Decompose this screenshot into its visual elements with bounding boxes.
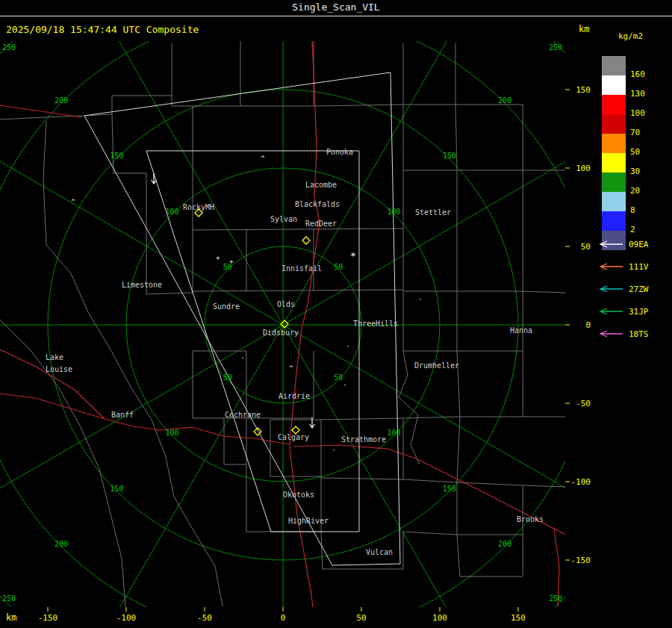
city-label: Didsbury [263,329,299,337]
radar-coverage-boundary [84,72,400,565]
city-label: Limestone [122,281,162,289]
county-boundary [314,43,403,106]
bottom-axis-label: -150 [38,613,58,623]
bottom-axis-label: 100 [432,613,447,623]
city-label: Innisfail [281,264,322,273]
right-axis-label: -100 [571,477,591,487]
radar-arrow-icon [597,285,624,293]
county-boundary [224,418,246,464]
radar-app-screen: { "window": { "title": "Single_Scan_VIL"… [0,0,672,628]
storm-motion-arrow-icon [310,417,315,428]
plus-marker: + [229,258,234,265]
highway-line [0,105,82,117]
right-axis-label: 50 [581,242,591,252]
caret-marker: ^ [71,198,75,205]
city-label: RedDeer [305,220,337,228]
legend-panel: kg/m2 1601301007050302082 09EA111V27ZW31… [596,30,672,358]
scan-timestamp: 2025/09/18 15:47:44 UTC Composite [6,24,199,35]
county-boundary [403,479,457,482]
scale-value-label: 8 [630,205,635,216]
radar-arrow-icon [597,307,624,316]
right-axis-label: -50 [576,399,591,408]
city-label: Calgary [278,433,309,441]
bottom-axis-label: 150 [511,613,526,623]
range-ring-label: 100 [165,429,178,437]
color-scale: 1601301007050302082 [596,30,672,254]
dot-marker: · [418,296,422,303]
radar-site-legend: 09EA111V27ZW31JP18TS [597,233,672,345]
right-axis-unit-label: km [579,24,589,34]
radar-legend-row: 27ZW [597,278,672,300]
range-ring-label: 150 [110,152,123,160]
county-boundary [240,41,314,106]
county-boundary [46,245,223,606]
radar-id-label: 09EA [629,240,649,249]
county-boundary [457,535,523,576]
radar-id-label: 31JP [629,307,649,317]
scale-swatch [602,211,626,231]
scale-value-label: 130 [630,89,645,99]
range-ring-label: 200 [55,96,68,105]
city-label: Strathmore [341,435,386,444]
bottom-axis-unit-label: km [6,612,16,623]
radar-legend-row: 111V [597,255,672,278]
county-boundary [172,41,240,106]
range-ring-label: 150 [443,152,456,160]
county-boundary [112,114,146,294]
radar-id-label: 27ZW [629,285,649,294]
city-label: Brooks [517,515,544,523]
city-label: Cochrane [225,411,261,419]
city-label: Sylvan [270,215,297,223]
title-bar: Single_Scan_VIL [0,0,672,16]
scale-swatch [602,192,626,211]
dot-marker: · [346,343,349,350]
right-axis-label: 0 [585,320,591,330]
range-ring-label: 100 [165,208,178,216]
radar-arrow-icon [597,329,624,338]
range-ring-label: 250 [2,594,16,603]
radar-arrow-icon [597,240,624,249]
county-boundary [193,105,403,230]
range-ring-label: 250 [2,43,16,52]
city-label: Banff [111,411,134,419]
radar-legend-row: 31JP [597,300,672,323]
county-boundary [523,291,565,293]
scale-swatch [602,95,626,114]
scale-swatch [602,153,626,172]
city-label: ThreeHills [353,320,398,328]
radar-id-label: 111V [629,262,649,272]
range-ring-label: 100 [387,429,400,437]
right-axis-label: -150 [571,556,591,565]
county-boundary [0,320,125,606]
dot-marker: · [240,355,244,362]
azimuth-spoke [0,116,283,325]
azimuth-spoke [283,325,594,534]
county-boundary [43,121,46,245]
plus-marker: + [216,254,220,261]
county-boundary [523,485,565,487]
bottom-axis-label: 0 [281,613,286,623]
county-boundary [403,43,455,105]
scale-value-label: 100 [630,108,645,119]
caret-marker: ^ [289,364,293,372]
range-ring-label: 50 [223,373,232,382]
scale-swatch [602,75,626,95]
city-label: Drumheller [414,361,459,370]
range-ring-label: 150 [110,485,123,493]
right-axis-label: 150 [576,85,591,95]
bottom-axis-label: -100 [116,613,137,623]
range-ring-label: 50 [334,373,343,382]
scale-swatch [602,172,626,192]
azimuth-spoke [74,325,283,628]
dot-marker: · [343,382,346,389]
city-label: Airdrie [279,392,310,400]
county-boundary [403,417,460,418]
bottom-axis-label: -50 [197,613,212,623]
caret-marker: ^ [261,155,265,162]
range-ring-label: 200 [498,96,511,105]
scale-value-label: 20 [630,186,640,196]
scale-value-label: 160 [630,69,645,80]
county-boundary [457,482,523,535]
range-ring-label: 200 [498,540,511,548]
county-boundary [457,351,523,417]
